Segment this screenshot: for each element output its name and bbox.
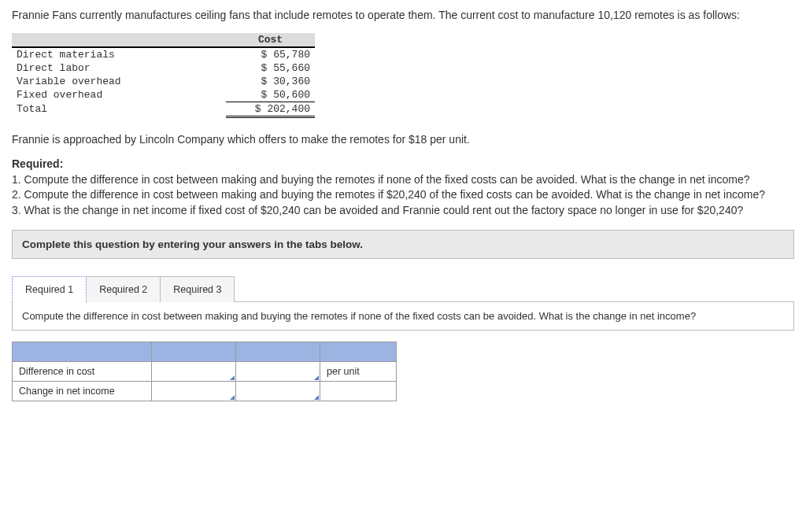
tab-required-1[interactable]: Required 1 xyxy=(12,276,87,302)
tabs-row: Required 1 Required 2 Required 3 xyxy=(12,276,794,302)
answer-header-blank-4 xyxy=(320,342,397,361)
cost-header-cost: Cost xyxy=(226,33,315,47)
difference-perunit-input[interactable] xyxy=(236,361,320,381)
per-unit-label: per unit xyxy=(320,361,397,381)
cost-row: Fixed overhead $ 50,600 xyxy=(12,88,315,102)
required-block: Required: 1. Compute the difference in c… xyxy=(12,157,794,218)
instruction-bar: Complete this question by entering your … xyxy=(12,230,794,259)
difference-amount-input[interactable] xyxy=(152,361,236,381)
cost-label: Fixed overhead xyxy=(12,88,226,102)
input-marker-icon xyxy=(230,395,235,400)
blank-cell xyxy=(320,381,397,401)
cost-header-blank xyxy=(12,33,226,47)
cost-label: Variable overhead xyxy=(12,75,226,88)
required-heading: Required: xyxy=(12,157,63,170)
cost-row: Variable overhead $ 30,360 xyxy=(12,75,315,88)
input-marker-icon xyxy=(314,375,319,380)
cost-row: Direct labor $ 55,660 xyxy=(12,61,315,75)
required-item-3: 3. What is the change in net income if f… xyxy=(12,204,743,216)
cost-label: Direct materials xyxy=(12,47,226,61)
answer-header-blank-3 xyxy=(236,342,320,361)
cost-amount: $ 50,600 xyxy=(226,88,315,102)
cost-total-label: Total xyxy=(12,102,226,116)
cost-label: Direct labor xyxy=(12,61,226,75)
answer-row-difference: Difference in cost per unit xyxy=(13,361,397,381)
answer-header-blank-2 xyxy=(152,342,236,361)
change-amount-input[interactable] xyxy=(236,381,320,401)
tab-panel-required-1: Compute the difference in cost between m… xyxy=(12,301,794,331)
answer-row-label: Difference in cost xyxy=(13,361,152,381)
answer-row-change: Change in net income xyxy=(13,381,397,401)
panel-prompt: Compute the difference in cost between m… xyxy=(22,310,696,322)
cost-total-row: Total $ 202,400 xyxy=(12,102,315,116)
cost-amount: $ 55,660 xyxy=(226,61,315,75)
cost-amount: $ 65,780 xyxy=(226,47,315,61)
approach-text: Frannie is approached by Lincoln Company… xyxy=(12,132,794,148)
cost-amount: $ 30,360 xyxy=(226,75,315,88)
cost-row: Direct materials $ 65,780 xyxy=(12,47,315,61)
input-marker-icon xyxy=(314,395,319,400)
tab-required-3[interactable]: Required 3 xyxy=(161,276,235,302)
required-item-1: 1. Compute the difference in cost betwee… xyxy=(12,173,750,186)
input-marker-icon xyxy=(230,375,235,380)
answer-row-label: Change in net income xyxy=(13,381,152,401)
answer-table: Difference in cost per unit Change in ne… xyxy=(12,342,397,401)
problem-intro: Frannie Fans currently manufactures ceil… xyxy=(12,8,794,24)
answer-header-blank-1 xyxy=(13,342,152,361)
required-item-2: 2. Compute the difference in cost betwee… xyxy=(12,188,765,201)
change-select-input[interactable] xyxy=(152,381,236,401)
cost-total-amount: $ 202,400 xyxy=(226,102,315,116)
cost-table: Cost Direct materials $ 65,780 Direct la… xyxy=(12,33,315,118)
tab-required-2[interactable]: Required 2 xyxy=(87,276,161,302)
